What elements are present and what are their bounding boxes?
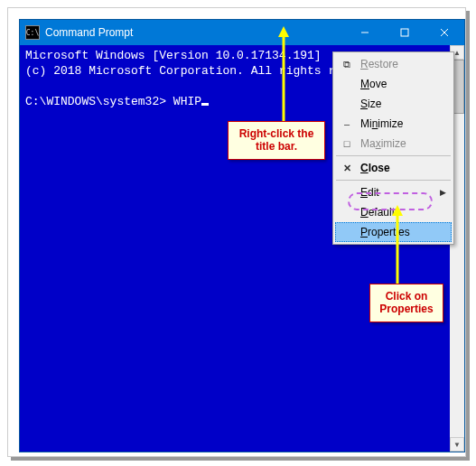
- console-prompt: C:\WINDOWS\system32> WHIP: [25, 95, 201, 108]
- close-button[interactable]: [425, 20, 464, 45]
- maximize-button[interactable]: [385, 20, 425, 45]
- menu-label: Size: [360, 98, 381, 110]
- maximize-icon: [400, 28, 409, 37]
- cmd-icon: C:\: [25, 25, 40, 40]
- callout-titlebar: Right-click the title bar.: [228, 121, 325, 160]
- minimize-icon: –: [341, 117, 353, 130]
- menu-separator: [336, 180, 451, 181]
- restore-icon: ⧉: [341, 58, 353, 70]
- menu-label: Close: [360, 162, 390, 174]
- scroll-down-button[interactable]: ▼: [450, 437, 464, 452]
- outer-border-frame: C:\ Command Prompt Microsoft Windows [Ve…: [7, 7, 466, 457]
- close-icon: [440, 28, 449, 37]
- menu-label: Restore: [360, 58, 398, 70]
- menu-separator: [336, 155, 451, 156]
- menu-move[interactable]: Move: [335, 74, 452, 94]
- callout-properties: Click on Properties: [369, 284, 443, 322]
- text-cursor: [201, 103, 209, 106]
- menu-label: Defaults: [360, 206, 400, 219]
- menu-label: Maximize: [360, 137, 406, 150]
- svg-rect-1: [401, 29, 408, 36]
- system-context-menu: ⧉ Restore Move Size – Minimize □ Maximiz…: [332, 51, 454, 245]
- submenu-arrow-icon: ▶: [440, 188, 446, 197]
- minimize-icon: [360, 28, 369, 37]
- title-bar[interactable]: C:\ Command Prompt: [20, 20, 464, 45]
- menu-minimize[interactable]: – Minimize: [335, 114, 452, 134]
- menu-defaults[interactable]: Defaults: [335, 202, 452, 222]
- maximize-icon: □: [341, 137, 353, 150]
- menu-maximize: □ Maximize: [335, 134, 452, 154]
- menu-properties[interactable]: Properties: [335, 222, 452, 242]
- console-line: Microsoft Windows [Version 10.0.17134.19…: [25, 49, 322, 62]
- menu-label: Move: [360, 78, 387, 90]
- close-icon: ✕: [341, 162, 353, 174]
- menu-close[interactable]: ✕ Close: [335, 158, 452, 178]
- menu-size[interactable]: Size: [335, 94, 452, 114]
- menu-edit[interactable]: Edit ▶: [335, 182, 452, 202]
- menu-restore: ⧉ Restore: [335, 54, 452, 74]
- menu-label: Edit: [360, 186, 379, 199]
- window-title: Command Prompt: [45, 26, 345, 39]
- minimize-button[interactable]: [345, 20, 385, 45]
- menu-label: Minimize: [360, 117, 403, 130]
- menu-label: Properties: [360, 226, 410, 238]
